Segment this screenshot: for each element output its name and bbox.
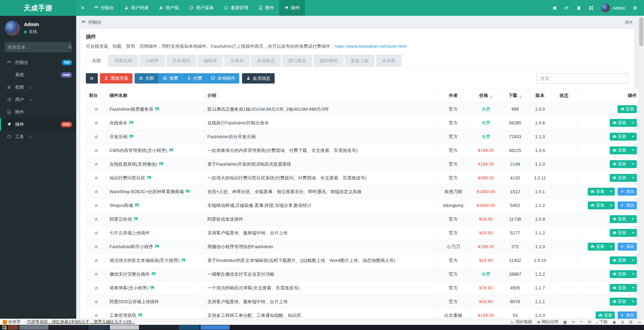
refresh-button[interactable]: ⟳ <box>86 73 98 84</box>
install-dropdown-button[interactable] <box>607 188 615 196</box>
plugin-name[interactable]: 阿里OSS云存储上传插件 <box>110 299 159 304</box>
offline-install-button[interactable]: 离线安装 <box>100 73 133 84</box>
install-button[interactable]: 安装 <box>610 174 629 182</box>
nav-item-0[interactable]: 控制台 <box>89 0 119 16</box>
frontend-home-icon[interactable] <box>94 217 99 221</box>
frontend-home-icon[interactable] <box>94 107 99 111</box>
window-restore-icon[interactable]: ▭ <box>637 320 641 324</box>
install-button[interactable]: 安装 <box>610 146 629 154</box>
screenshot-icon[interactable]: ✂ <box>572 320 575 324</box>
install-dropdown-button[interactable] <box>629 146 637 154</box>
frontend-home-icon[interactable] <box>94 121 99 125</box>
screenshot-image-icon[interactable] <box>181 258 186 262</box>
install-button[interactable]: 安装 <box>618 105 637 113</box>
taskbar-item-5[interactable] <box>140 325 178 330</box>
filter-button-2[interactable]: 付费 <box>183 73 207 84</box>
nav-item-1[interactable]: 用户列表 <box>119 0 154 16</box>
my-videos-button[interactable]: ▷我的视频 <box>511 319 532 325</box>
plugin-name[interactable]: 知识付费问答社区 <box>110 175 145 180</box>
demo-button[interactable]: 演示 <box>618 201 637 209</box>
install-dropdown-button[interactable] <box>629 298 637 306</box>
refresh-icon[interactable]: ⟳ <box>565 6 569 10</box>
screenshot-image-icon[interactable] <box>138 313 142 317</box>
tab-2[interactable]: 小程序 <box>139 55 165 67</box>
screenshot-image-icon[interactable] <box>151 272 156 276</box>
plugin-name[interactable]: FastAdmin助手小程序 <box>110 244 153 249</box>
speaker-icon[interactable]: ◉ <box>612 320 616 324</box>
taskbar-item-4[interactable] <box>110 325 139 330</box>
tab-1[interactable]: 完整应用 <box>108 55 138 67</box>
tab-5[interactable]: 云储存 <box>224 55 250 67</box>
frontend-home-icon[interactable] <box>94 244 99 249</box>
fullscreen-icon[interactable] <box>589 6 594 10</box>
screenshot-image-icon[interactable] <box>155 107 159 111</box>
nav-item-3[interactable]: 用户菜单 <box>184 0 219 16</box>
install-dropdown-button[interactable] <box>629 270 637 278</box>
download-button[interactable]: ↓下载 <box>596 319 608 325</box>
tab-6[interactable]: 短信验证 <box>251 55 281 67</box>
install-dropdown-button[interactable] <box>629 215 637 223</box>
screenshot-image-icon[interactable] <box>150 285 154 290</box>
frontend-home-icon[interactable] <box>94 272 99 276</box>
install-button[interactable]: 安装 <box>588 201 607 209</box>
breadcrumb-left[interactable]: 控制台 <box>81 19 102 25</box>
nav-item-6[interactable]: 插件 <box>279 0 305 16</box>
plugin-name[interactable]: 在线命令 <box>110 120 127 125</box>
frontend-home-icon[interactable] <box>94 258 99 263</box>
home-icon[interactable] <box>552 6 557 10</box>
filter-button-0[interactable]: 全部 <box>135 73 159 84</box>
frontend-home-icon[interactable] <box>94 203 99 208</box>
install-button[interactable]: 安装 <box>610 256 629 264</box>
plugin-search-input[interactable] <box>537 73 629 84</box>
plugin-name[interactable]: 微信支付宝整合插件 <box>110 272 150 277</box>
tab-10[interactable]: 未归类 <box>376 55 402 67</box>
install-button[interactable]: 安装 <box>588 188 607 196</box>
frontend-home-icon[interactable] <box>94 162 99 166</box>
start-button[interactable] <box>1 325 7 330</box>
install-button[interactable]: 安装 <box>610 298 629 306</box>
sort-icon[interactable] <box>519 95 522 99</box>
install-dropdown-button[interactable] <box>629 284 637 292</box>
frontend-home-icon[interactable] <box>94 299 99 304</box>
install-button[interactable]: 安装 <box>610 119 629 127</box>
user-menu[interactable]: Admin <box>601 3 625 12</box>
tab-8[interactable]: 辅助增强 <box>313 55 344 67</box>
tab-3[interactable]: 开发测试 <box>166 55 196 67</box>
frontend-home-icon[interactable] <box>94 176 99 180</box>
app-logo[interactable]: 天成手游 <box>0 0 76 16</box>
nav-item-5[interactable]: 附件 <box>253 0 279 16</box>
install-dropdown-button[interactable] <box>629 119 637 127</box>
demo-button[interactable]: 演示 <box>618 188 637 196</box>
screenshot-image-icon[interactable] <box>185 189 190 194</box>
plugin-name[interactable]: WanlShop B2B2C+社区种草直播商城 <box>110 189 184 194</box>
screenshot-image-icon[interactable] <box>134 217 138 221</box>
install-dropdown-button[interactable] <box>607 243 615 251</box>
install-dropdown-button[interactable] <box>629 174 637 182</box>
menu-search-input[interactable] <box>8 45 68 50</box>
install-button[interactable]: 安装 <box>610 229 629 237</box>
taskbar-item-7[interactable] <box>200 325 230 330</box>
plugin-name[interactable]: 在线投票系统(支持微信) <box>110 162 157 167</box>
plugin-name[interactable]: 七牛云存储上传插件 <box>110 230 150 235</box>
frontend-home-icon[interactable] <box>94 231 99 235</box>
site-credit-button[interactable]: ⊕网站信用 <box>537 319 558 325</box>
install-dropdown-button[interactable] <box>629 229 637 237</box>
install-dropdown-button[interactable] <box>629 133 637 141</box>
mail-icon[interactable]: ✉ <box>588 320 591 324</box>
plugin-name[interactable]: 工单管理系统 <box>110 313 136 318</box>
screenshot-image-icon[interactable] <box>129 134 134 139</box>
install-button[interactable]: 安装 <box>596 311 615 319</box>
plugin-name[interactable]: 开发示例 <box>110 134 127 139</box>
frontend-home-icon[interactable] <box>94 134 99 139</box>
plugin-name[interactable]: 简洁强大的富文本编辑器(官方推荐) <box>110 258 180 263</box>
install-dropdown-button[interactable] <box>629 160 637 168</box>
taskbar-item-3[interactable] <box>88 325 109 330</box>
sort-icon[interactable] <box>490 95 493 99</box>
scrollbar-thumb[interactable] <box>639 17 643 46</box>
screenshot-image-icon[interactable] <box>147 175 151 180</box>
install-button[interactable]: 安装 <box>610 215 629 223</box>
trash-icon[interactable] <box>576 6 581 10</box>
search-icon[interactable] <box>68 45 72 49</box>
screenshot-image-icon[interactable] <box>169 148 173 152</box>
install-dropdown-button[interactable] <box>629 256 637 264</box>
